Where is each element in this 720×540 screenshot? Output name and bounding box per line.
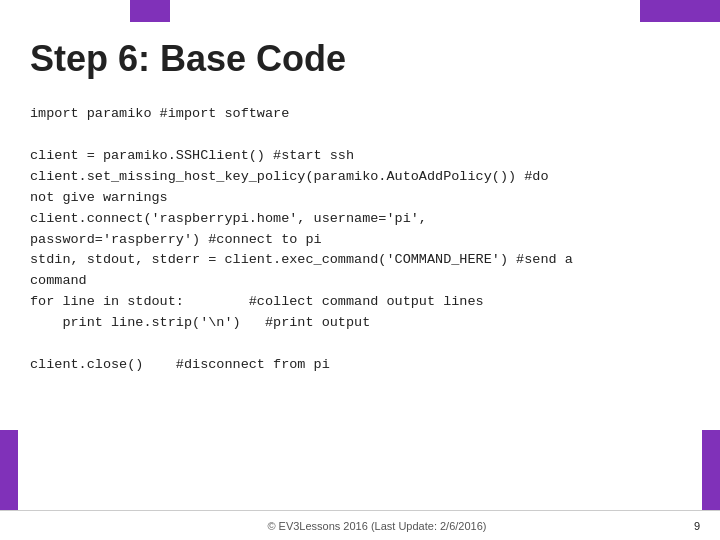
code-block: import paramiko #import software client … — [30, 104, 690, 376]
accent-corner-bottom-right — [702, 430, 720, 510]
accent-corner-top-right — [640, 0, 720, 22]
footer-copyright: © EV3Lessons 2016 (Last Update: 2/6/2016… — [60, 520, 694, 532]
accent-corner-bottom-left — [0, 430, 18, 510]
footer-page-number: 9 — [694, 520, 700, 532]
accent-corner-top-left — [130, 0, 170, 22]
slide-title: Step 6: Base Code — [30, 38, 690, 80]
